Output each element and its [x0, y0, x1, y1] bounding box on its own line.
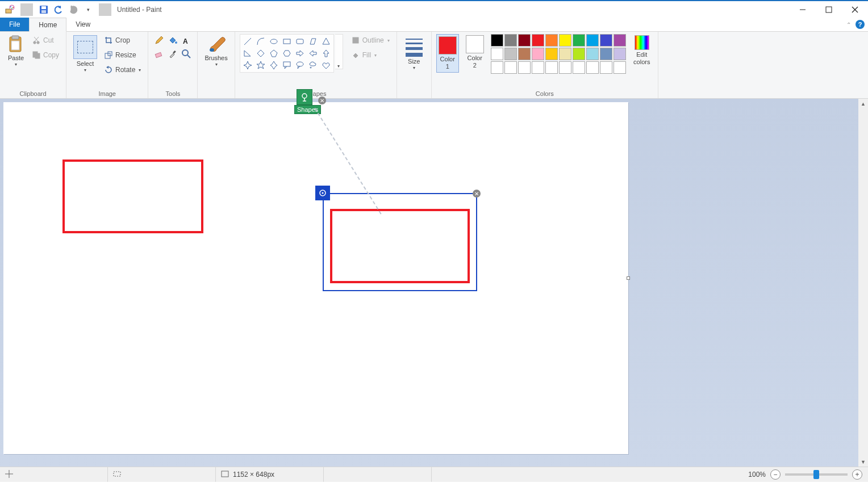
- shape-heart-icon[interactable]: [320, 60, 332, 71]
- palette-swatch[interactable]: [545, 34, 558, 47]
- palette-swatch[interactable]: [504, 34, 517, 47]
- shape-polygon-icon[interactable]: [307, 36, 319, 47]
- tab-file[interactable]: File: [0, 18, 29, 31]
- picker-tool-icon[interactable]: [166, 48, 179, 60]
- shape-rect-icon[interactable]: [281, 36, 293, 47]
- tab-home[interactable]: Home: [29, 18, 66, 32]
- palette-swatch[interactable]: [614, 34, 626, 47]
- palette-swatch[interactable]: [518, 61, 531, 74]
- palette-swatch[interactable]: [573, 48, 585, 60]
- zoom-in-button[interactable]: +: [852, 469, 862, 480]
- canvas-resize-handle-right[interactable]: [627, 276, 630, 280]
- color2-button[interactable]: Color 2: [464, 34, 486, 70]
- palette-swatch[interactable]: [614, 48, 626, 60]
- palette-swatch[interactable]: [573, 34, 585, 47]
- eraser-tool-icon[interactable]: [153, 48, 165, 60]
- copy-button[interactable]: Copy: [30, 49, 61, 61]
- cut-button[interactable]: Cut: [30, 34, 61, 47]
- resize-button[interactable]: Resize: [102, 49, 143, 61]
- palette-swatch[interactable]: [504, 61, 517, 74]
- shape-pentagon-icon[interactable]: [268, 48, 280, 59]
- brushes-button[interactable]: Brushes ▾: [202, 34, 229, 68]
- rotate-button[interactable]: Rotate▾: [102, 64, 143, 76]
- shape-star4-icon[interactable]: [241, 60, 254, 71]
- palette-swatch[interactable]: [614, 61, 626, 74]
- shape-hexagon-icon[interactable]: [281, 48, 293, 59]
- palette-swatch[interactable]: [532, 61, 544, 74]
- palette-swatch[interactable]: [600, 61, 612, 74]
- edit-colors-button[interactable]: Edit colors: [631, 34, 653, 67]
- pasted-selection[interactable]: ✕: [323, 193, 477, 291]
- fill-button[interactable]: Fill▾: [349, 49, 392, 61]
- zoom-out-button[interactable]: −: [770, 469, 781, 480]
- palette-swatch[interactable]: [600, 34, 612, 47]
- shapes-gallery[interactable]: [240, 34, 334, 73]
- palette-swatch[interactable]: [545, 61, 558, 74]
- canvas[interactable]: ✕: [3, 102, 628, 454]
- shape-right-triangle-icon[interactable]: [241, 48, 254, 59]
- pencil-tool-icon[interactable]: [153, 34, 165, 47]
- magnifier-tool-icon[interactable]: [180, 48, 193, 60]
- color1-button[interactable]: Color 1: [436, 34, 459, 73]
- fill-tool-icon[interactable]: [166, 34, 179, 47]
- shape-curve-icon[interactable]: [254, 36, 267, 47]
- shape-triangle-icon[interactable]: [320, 36, 332, 47]
- shape-star6-icon[interactable]: [268, 60, 280, 71]
- palette-swatch[interactable]: [559, 34, 571, 47]
- palette-swatch[interactable]: [573, 61, 585, 74]
- shape-roundrect-icon[interactable]: [294, 36, 306, 47]
- palette-swatch[interactable]: [491, 34, 503, 47]
- select-button[interactable]: Select ▾: [71, 34, 99, 74]
- shapes-more-icon[interactable]: ▾: [335, 34, 343, 69]
- crop-button[interactable]: Crop: [102, 34, 143, 47]
- shape-arrow-up-icon[interactable]: [320, 48, 332, 59]
- redo-icon[interactable]: [67, 3, 80, 16]
- size-button[interactable]: Size ▾: [402, 34, 427, 72]
- palette-swatch[interactable]: [491, 48, 503, 60]
- save-icon[interactable]: [37, 3, 50, 16]
- palette-swatch[interactable]: [491, 61, 503, 74]
- outline-button[interactable]: Outline▾: [349, 34, 392, 47]
- paste-button[interactable]: Paste ▾: [5, 34, 27, 68]
- annotation-pin-icon[interactable]: [297, 89, 312, 105]
- palette-swatch[interactable]: [559, 61, 571, 74]
- shape-oval-icon[interactable]: [268, 36, 280, 47]
- annotation-close-icon[interactable]: ✕: [318, 96, 326, 104]
- shape-arrow-left-icon[interactable]: [307, 48, 319, 59]
- shape-diamond-icon[interactable]: [254, 48, 267, 59]
- shape-arrow-right-icon[interactable]: [294, 48, 306, 59]
- palette-swatch[interactable]: [559, 48, 571, 60]
- zoom-slider-thumb[interactable]: [813, 470, 819, 479]
- palette-swatch[interactable]: [586, 61, 599, 74]
- palette-swatch[interactable]: [545, 48, 558, 60]
- shape-callout-cloud-icon[interactable]: [307, 60, 319, 71]
- selection-move-handle-icon[interactable]: [315, 186, 330, 200]
- zoom-slider[interactable]: [785, 473, 848, 476]
- color-palette[interactable]: [491, 34, 626, 74]
- palette-swatch[interactable]: [586, 34, 599, 47]
- close-button[interactable]: [842, 1, 868, 18]
- text-tool-icon[interactable]: A: [180, 34, 193, 47]
- shape-callout-rect-icon[interactable]: [281, 60, 293, 71]
- palette-swatch[interactable]: [586, 48, 599, 60]
- palette-swatch[interactable]: [518, 48, 531, 60]
- scroll-down-icon[interactable]: ▼: [858, 457, 868, 467]
- maximize-button[interactable]: [816, 1, 842, 18]
- shape-star5-icon[interactable]: [254, 60, 267, 71]
- palette-swatch[interactable]: [504, 48, 517, 60]
- help-icon[interactable]: ?: [856, 20, 865, 29]
- minimize-button[interactable]: [790, 1, 816, 18]
- palette-swatch[interactable]: [518, 34, 531, 47]
- selection-close-icon[interactable]: ✕: [473, 190, 481, 198]
- scroll-up-icon[interactable]: ▲: [858, 99, 868, 108]
- qat-customize-icon[interactable]: ▾: [82, 3, 94, 16]
- vertical-scrollbar[interactable]: ▲ ▼: [858, 99, 868, 467]
- undo-icon[interactable]: [52, 3, 65, 16]
- palette-swatch[interactable]: [532, 34, 544, 47]
- palette-swatch[interactable]: [600, 48, 612, 60]
- tab-view[interactable]: View: [66, 18, 99, 31]
- minimize-ribbon-icon[interactable]: ⌃: [846, 22, 851, 28]
- shape-line-icon[interactable]: [241, 36, 254, 47]
- shape-callout-round-icon[interactable]: [294, 60, 306, 71]
- palette-swatch[interactable]: [532, 48, 544, 60]
